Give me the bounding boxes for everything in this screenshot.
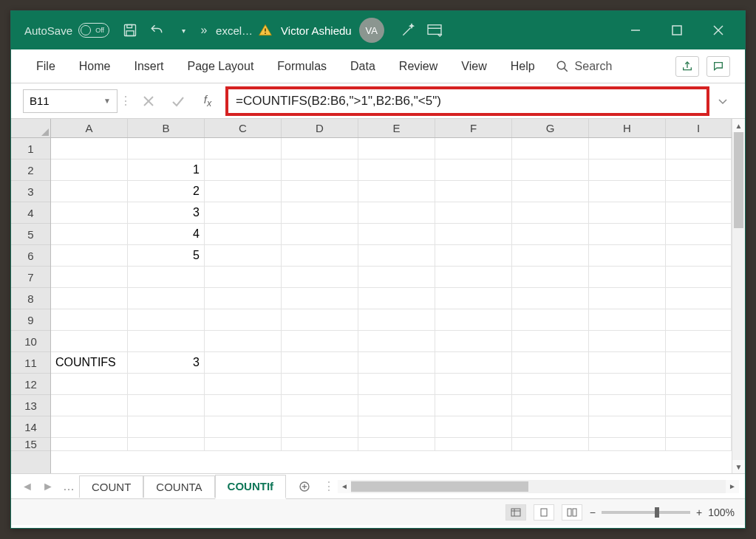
cell[interactable]: 1 <box>128 159 205 180</box>
cell[interactable] <box>512 202 589 223</box>
cell[interactable] <box>666 224 732 244</box>
col-header[interactable]: A <box>51 119 128 137</box>
cell[interactable] <box>128 438 205 450</box>
cell[interactable] <box>666 374 732 394</box>
select-all-corner[interactable] <box>11 119 51 138</box>
cell[interactable] <box>282 159 358 180</box>
row-header[interactable]: 9 <box>11 309 50 331</box>
cell[interactable] <box>51 331 128 351</box>
ribbon-mode-icon[interactable] <box>421 17 448 44</box>
col-header[interactable]: F <box>435 119 512 137</box>
vertical-scrollbar[interactable]: ▲ ▼ <box>732 119 745 473</box>
fx-button[interactable]: fx <box>193 89 222 113</box>
cell[interactable] <box>512 438 589 450</box>
cell[interactable] <box>205 309 282 330</box>
cell[interactable] <box>282 352 358 373</box>
cell[interactable] <box>282 267 358 287</box>
cell[interactable] <box>205 438 282 450</box>
zoom-in-button[interactable]: + <box>696 507 702 518</box>
cell[interactable] <box>666 245 732 266</box>
cell[interactable] <box>589 416 666 437</box>
zoom-slider[interactable] <box>602 511 690 514</box>
cell[interactable] <box>512 138 589 159</box>
sheet-tab-overflow[interactable]: … <box>58 480 79 493</box>
col-header[interactable]: I <box>666 119 732 137</box>
cell[interactable] <box>282 395 358 416</box>
cell[interactable] <box>205 224 282 244</box>
cell[interactable] <box>205 202 282 223</box>
cell[interactable] <box>435 374 512 394</box>
cell[interactable] <box>128 288 205 309</box>
cell[interactable] <box>666 352 732 373</box>
sheet-nav-prev-icon[interactable]: ◄ <box>17 476 38 497</box>
sheet-tab-counta[interactable]: COUNTA <box>143 476 214 498</box>
row-header[interactable]: 1 <box>11 138 50 159</box>
cell[interactable] <box>282 438 358 450</box>
col-header[interactable]: G <box>512 119 589 137</box>
scroll-left-icon[interactable]: ◄ <box>338 480 351 493</box>
cell[interactable] <box>512 159 589 180</box>
cell[interactable] <box>282 138 358 159</box>
cell[interactable] <box>51 288 128 309</box>
cell[interactable] <box>589 267 666 287</box>
tab-formulas[interactable]: Formulas <box>267 55 337 78</box>
col-header[interactable]: C <box>205 119 282 137</box>
tab-insert[interactable]: Insert <box>123 55 174 78</box>
sheet-tab-count[interactable]: COUNT <box>79 476 143 498</box>
cell[interactable] <box>512 309 589 330</box>
autosave-switch[interactable]: Off <box>78 23 109 38</box>
cell[interactable] <box>282 224 358 244</box>
cell[interactable]: 3 <box>128 202 205 223</box>
cell[interactable] <box>435 267 512 287</box>
cell[interactable] <box>435 352 512 373</box>
cell[interactable] <box>512 331 589 351</box>
row-header[interactable]: 4 <box>11 202 50 224</box>
tab-split[interactable]: ⋮ <box>323 479 330 493</box>
row-header[interactable]: 13 <box>11 395 50 416</box>
col-header[interactable]: B <box>128 119 205 137</box>
cell[interactable] <box>589 331 666 351</box>
cell[interactable] <box>282 288 358 309</box>
col-header[interactable]: D <box>282 119 358 137</box>
cell[interactable] <box>512 374 589 394</box>
scroll-down-icon[interactable]: ▼ <box>732 460 745 473</box>
cell[interactable] <box>358 138 435 159</box>
cell[interactable] <box>51 267 128 287</box>
cell[interactable] <box>51 374 128 394</box>
cell[interactable] <box>589 181 666 202</box>
cell[interactable] <box>589 138 666 159</box>
cell[interactable] <box>435 245 512 266</box>
search-button[interactable]: Search <box>548 60 620 73</box>
tab-file[interactable]: File <box>26 55 66 78</box>
cell[interactable] <box>358 416 435 437</box>
tab-help[interactable]: Help <box>500 55 545 78</box>
cell[interactable]: 4 <box>128 224 205 244</box>
cell[interactable] <box>128 374 205 394</box>
scroll-right-icon[interactable]: ► <box>726 480 739 493</box>
cell[interactable] <box>358 331 435 351</box>
horizontal-scrollbar[interactable]: ◄ ► <box>338 480 739 493</box>
cell[interactable] <box>358 309 435 330</box>
cell[interactable] <box>435 416 512 437</box>
minimize-button[interactable] <box>615 11 656 49</box>
cell[interactable] <box>435 202 512 223</box>
cell[interactable] <box>589 395 666 416</box>
expand-formula-bar-icon[interactable] <box>712 89 733 113</box>
cell[interactable] <box>205 288 282 309</box>
spreadsheet-grid[interactable]: A B C D E F G H I 1 2 3 4 5 6 7 8 9 10 1… <box>11 119 745 473</box>
undo-icon[interactable] <box>143 17 170 44</box>
scroll-thumb[interactable] <box>734 132 743 228</box>
zoom-out-button[interactable]: − <box>590 507 596 518</box>
cell[interactable] <box>435 395 512 416</box>
cell[interactable] <box>512 267 589 287</box>
cell[interactable] <box>358 224 435 244</box>
cell[interactable]: 3 <box>128 352 205 373</box>
cell[interactable] <box>666 267 732 287</box>
formula-input[interactable] <box>228 89 706 113</box>
col-header[interactable]: E <box>358 119 435 137</box>
cell[interactable] <box>51 181 128 202</box>
cell[interactable] <box>128 309 205 330</box>
cell[interactable] <box>666 138 732 159</box>
row-header[interactable]: 2 <box>11 159 50 181</box>
cell[interactable] <box>435 309 512 330</box>
